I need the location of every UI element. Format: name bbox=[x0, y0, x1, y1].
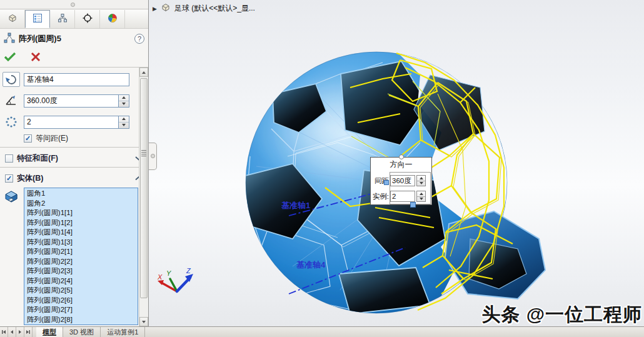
equal-spacing-checkbox[interactable]: ✓ bbox=[24, 134, 32, 143]
body-list-item[interactable]: 圆角2 bbox=[27, 199, 138, 209]
triad-z-label: Z bbox=[186, 267, 191, 274]
body-list-item[interactable]: 圆角1 bbox=[27, 189, 138, 199]
sheet-nav-first-button[interactable] bbox=[0, 327, 8, 337]
body-list-item[interactable]: 阵列(圆周)2[4] bbox=[27, 276, 138, 286]
cancel-button[interactable] bbox=[30, 51, 41, 63]
solid-body-icon bbox=[4, 190, 19, 204]
help-icon[interactable]: ? bbox=[134, 34, 144, 44]
body-list-item[interactable]: 阵列(圆周)2[7] bbox=[27, 305, 138, 315]
axis-label-upper: 基准轴1 bbox=[281, 201, 310, 210]
instances-spin-up[interactable] bbox=[417, 191, 425, 197]
bodies-label: 实体(B) bbox=[17, 173, 43, 184]
spacing-spin-down[interactable] bbox=[417, 181, 425, 186]
panel-collapse-handle[interactable] bbox=[71, 3, 75, 7]
pattern-axis-row bbox=[0, 71, 148, 88]
count-spin-up[interactable] bbox=[119, 116, 129, 123]
count-spinner[interactable] bbox=[118, 116, 129, 129]
panel-splitter-handle[interactable] bbox=[149, 143, 157, 170]
spacing-spinner[interactable] bbox=[416, 175, 426, 186]
body-list-item[interactable]: 阵列(圆周)2[2] bbox=[27, 257, 138, 267]
bottom-tab-bar: 模型 3D 视图 运动算例1 bbox=[0, 326, 644, 337]
instances-spin-down[interactable] bbox=[417, 197, 425, 202]
flyout-feature-tree[interactable]: ▶ 足球 (默认<<默认>_显... bbox=[153, 3, 255, 14]
body-list-item[interactable]: 阵列(圆周)2[8] bbox=[27, 315, 138, 325]
callout-drag-handle[interactable] bbox=[399, 154, 404, 159]
features-faces-checkbox[interactable] bbox=[5, 154, 13, 163]
angle-spin-down[interactable] bbox=[119, 101, 129, 107]
callout-header: 方向一 bbox=[371, 158, 431, 170]
equal-spacing-row: ✓ 等间距(E) bbox=[0, 131, 148, 145]
bodies-checkbox[interactable]: ✓ bbox=[5, 174, 13, 183]
panel-tab-featuremanager-tree[interactable] bbox=[0, 10, 25, 28]
body-list-item[interactable]: 阵列(圆周)1[2] bbox=[27, 218, 138, 228]
body-list-item[interactable]: 阵列(圆周)2[6] bbox=[27, 296, 138, 306]
circular-pattern-icon bbox=[4, 33, 15, 46]
callout-selection-handle[interactable] bbox=[384, 180, 389, 185]
propertymanager-icon bbox=[33, 13, 43, 25]
scrollbar-thumb[interactable] bbox=[140, 78, 148, 298]
splitter-dot bbox=[151, 154, 155, 158]
spacing-input[interactable] bbox=[390, 175, 415, 186]
tab-3d-views[interactable]: 3D 视图 bbox=[63, 327, 101, 337]
ok-button[interactable] bbox=[4, 51, 16, 63]
orientation-triad: X Y Z bbox=[157, 267, 193, 291]
watermark: 头条 @一位工程师 bbox=[481, 302, 642, 328]
count-spin-down[interactable] bbox=[119, 123, 129, 128]
body-list-item[interactable]: 阵列(圆周)2[5] bbox=[27, 286, 138, 296]
body-list-item[interactable]: 阵列(圆周)1[1] bbox=[27, 208, 138, 218]
direction1-callout[interactable]: 方向一 间距 实例: bbox=[370, 157, 432, 205]
dimxpert-target-icon bbox=[83, 13, 93, 25]
pattern-axis-input[interactable] bbox=[24, 73, 129, 86]
configurationmanager-icon bbox=[58, 13, 68, 25]
instances-input[interactable] bbox=[390, 191, 415, 202]
instances-label: 实例: bbox=[372, 192, 389, 201]
tab-motion-study[interactable]: 运动算例1 bbox=[101, 327, 145, 337]
triad-y-label: Y bbox=[166, 269, 171, 277]
panel-scrollbar[interactable] bbox=[139, 68, 148, 326]
sheet-nav-prev-button[interactable] bbox=[8, 327, 16, 337]
body-list-item[interactable]: 阵列(圆周)2[1] bbox=[27, 247, 138, 257]
panel-tab-propertymanager[interactable] bbox=[25, 10, 50, 28]
pattern-axis-icon bbox=[3, 72, 20, 87]
ok-cancel-row bbox=[0, 49, 148, 65]
instance-count-icon bbox=[3, 114, 20, 129]
divider bbox=[0, 67, 148, 68]
scrollbar-down-button[interactable] bbox=[139, 317, 148, 326]
feature-title-row: 阵列(圆周)5 ? bbox=[0, 30, 148, 48]
pattern-angle-input[interactable] bbox=[24, 94, 118, 108]
panel-tab-bar bbox=[0, 10, 148, 29]
displaymanager-sphere-icon bbox=[108, 13, 118, 25]
sheet-nav-last-button[interactable] bbox=[24, 327, 33, 337]
scrollbar-up-button[interactable] bbox=[139, 68, 148, 77]
property-manager-panel: 阵列(圆周)5 ? ✓ 等间距(E) bbox=[0, 0, 149, 326]
document-title: 足球 (默认<<默认>_显... bbox=[174, 3, 255, 14]
spacing-spin-up[interactable] bbox=[417, 176, 425, 181]
angle-spin-up[interactable] bbox=[119, 95, 129, 101]
panel-top-strip bbox=[0, 0, 148, 9]
instance-count-row bbox=[0, 113, 148, 131]
features-faces-label: 特征和面(F) bbox=[17, 153, 58, 164]
bodies-group-header[interactable]: ✓ 实体(B) bbox=[0, 169, 148, 187]
body-list-item[interactable]: 阵列(圆周)1[3] bbox=[27, 238, 138, 248]
splitter-grip-lines[interactable] bbox=[141, 150, 146, 156]
callout-anchor-handle[interactable] bbox=[410, 202, 416, 208]
instances-spinner[interactable] bbox=[416, 191, 426, 202]
angle-spinner[interactable] bbox=[118, 94, 129, 108]
features-faces-group-header[interactable]: 特征和面(F) bbox=[0, 149, 148, 167]
bodies-listbox[interactable]: 圆角1 圆角2 阵列(圆周)1[1] 阵列(圆周)1[2] 阵列(圆周)1[4]… bbox=[24, 188, 138, 325]
panel-tab-configurationmanager[interactable] bbox=[50, 10, 75, 28]
tab-model[interactable]: 模型 bbox=[36, 327, 63, 337]
panel-tab-dimxpertmanager[interactable] bbox=[75, 10, 100, 28]
sheet-nav-next-button[interactable] bbox=[16, 327, 24, 337]
divider bbox=[0, 147, 148, 148]
part-icon bbox=[161, 3, 171, 14]
bodies-list-section: 圆角1 圆角2 阵列(圆周)1[1] 阵列(圆周)1[2] 阵列(圆周)1[4]… bbox=[0, 188, 138, 325]
triad-x-label: X bbox=[157, 273, 163, 281]
axis-label-lower: 基准轴4 bbox=[296, 260, 326, 269]
equal-spacing-label: 等间距(E) bbox=[36, 133, 68, 144]
flyout-expand-icon[interactable]: ▶ bbox=[153, 6, 157, 12]
body-list-item[interactable]: 阵列(圆周)1[4] bbox=[27, 228, 138, 238]
body-list-item[interactable]: 阵列(圆周)2[3] bbox=[27, 266, 138, 276]
instance-count-input[interactable] bbox=[24, 116, 118, 129]
panel-tab-displaymanager[interactable] bbox=[100, 10, 125, 28]
